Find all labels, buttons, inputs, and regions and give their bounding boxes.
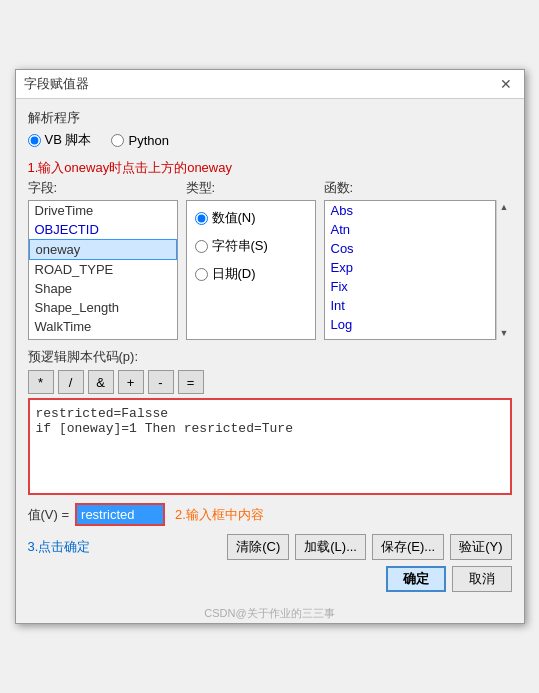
prelogic-code-area[interactable]: restricted=Falsse if [oneway]=1 Then res… — [30, 400, 510, 490]
step2-hint: 2.输入框中内容 — [175, 506, 264, 524]
list-item-oneway[interactable]: oneway — [29, 239, 177, 260]
func-item-atn[interactable]: Atn — [325, 220, 495, 239]
parser-radio-group: VB 脚本 Python — [28, 131, 512, 149]
python-radio[interactable] — [111, 134, 124, 147]
func-item-sin[interactable]: Sin — [325, 334, 495, 340]
functions-listbox[interactable]: Abs Atn Cos Exp Fix Int Log Sin Sqr Tan — [324, 200, 496, 340]
step3-hint: 3.点击确定 — [28, 538, 91, 556]
value-input[interactable] — [75, 503, 165, 526]
type-column: 类型: 数值(N) 字符串(S) 日期(D) — [186, 179, 316, 340]
string-radio[interactable] — [195, 240, 208, 253]
close-button[interactable]: ✕ — [496, 74, 516, 94]
load-button[interactable]: 加载(L)... — [295, 534, 366, 560]
func-item-cos[interactable]: Cos — [325, 239, 495, 258]
list-item[interactable]: Shape_Length — [29, 298, 177, 317]
vb-script-label: VB 脚本 — [45, 131, 92, 149]
func-item-exp[interactable]: Exp — [325, 258, 495, 277]
list-item[interactable]: OBJECTID — [29, 220, 177, 239]
confirm-row: 确定 取消 — [28, 566, 512, 592]
func-item-abs[interactable]: Abs — [325, 201, 495, 220]
confirm-button[interactable]: 确定 — [386, 566, 446, 592]
save-button[interactable]: 保存(E)... — [372, 534, 444, 560]
value-row: 值(V) = 2.输入框中内容 — [28, 503, 512, 526]
list-item[interactable]: ROAD_TYPE — [29, 260, 177, 279]
python-option[interactable]: Python — [111, 133, 168, 148]
clear-button[interactable]: 清除(C) — [227, 534, 289, 560]
main-window: 字段赋值器 ✕ 解析程序 VB 脚本 Python 1.输入oneway时点击上… — [15, 69, 525, 624]
scroll-up-arrow[interactable]: ▲ — [500, 202, 509, 212]
watermark: CSDN@关于作业的三三事 — [16, 602, 524, 623]
fields-listbox[interactable]: DriveTime OBJECTID oneway ROAD_TYPE Shap… — [28, 200, 178, 340]
scroll-down-arrow[interactable]: ▼ — [500, 328, 509, 338]
string-label: 字符串(S) — [212, 237, 268, 255]
func-item-log[interactable]: Log — [325, 315, 495, 334]
func-scrollbar[interactable]: ▲ ▼ — [496, 200, 512, 340]
date-option[interactable]: 日期(D) — [195, 265, 307, 283]
func-item-fix[interactable]: Fix — [325, 277, 495, 296]
parser-label: 解析程序 — [28, 109, 512, 127]
window-title: 字段赋值器 — [24, 75, 89, 93]
numeric-radio[interactable] — [195, 212, 208, 225]
functions-column: 函数: Abs Atn Cos Exp Fix Int Log Sin Sqr … — [324, 179, 512, 340]
list-item[interactable]: DriveTime — [29, 201, 177, 220]
op-plus[interactable]: + — [118, 370, 144, 394]
op-divide[interactable]: / — [58, 370, 84, 394]
operator-row: * / & + - = — [28, 370, 512, 394]
op-ampersand[interactable]: & — [88, 370, 114, 394]
vb-script-radio[interactable] — [28, 134, 41, 147]
list-item[interactable]: Shape — [29, 279, 177, 298]
value-label: 值(V) = — [28, 506, 70, 524]
op-equals[interactable]: = — [178, 370, 204, 394]
numeric-option[interactable]: 数值(N) — [195, 209, 307, 227]
type-radio-group: 数值(N) 字符串(S) 日期(D) — [186, 200, 316, 340]
value-input-wrapper: 2.输入框中内容 — [75, 503, 511, 526]
numeric-label: 数值(N) — [212, 209, 256, 227]
func-list-wrapper: Abs Atn Cos Exp Fix Int Log Sin Sqr Tan … — [324, 200, 512, 340]
button-row: 3.点击确定 清除(C) 加载(L)... 保存(E)... 验证(Y) — [28, 534, 512, 560]
date-radio[interactable] — [195, 268, 208, 281]
func-item-int[interactable]: Int — [325, 296, 495, 315]
list-item[interactable]: WalkTime — [29, 317, 177, 336]
prelogic-label: 预逻辑脚本代码(p): — [28, 348, 512, 366]
code-area-wrapper: restricted=Falsse if [oneway]=1 Then res… — [28, 398, 512, 495]
functions-header: 函数: — [324, 179, 512, 197]
step1-hint: 1.输入oneway时点击上方的oneway — [28, 160, 232, 175]
string-option[interactable]: 字符串(S) — [195, 237, 307, 255]
title-bar: 字段赋值器 ✕ — [16, 70, 524, 99]
op-minus[interactable]: - — [148, 370, 174, 394]
three-cols-layout: 字段: DriveTime OBJECTID oneway ROAD_TYPE … — [28, 179, 512, 340]
op-multiply[interactable]: * — [28, 370, 54, 394]
cancel-button[interactable]: 取消 — [452, 566, 512, 592]
type-header: 类型: — [186, 179, 316, 197]
python-label: Python — [128, 133, 168, 148]
date-label: 日期(D) — [212, 265, 256, 283]
fields-header: 字段: — [28, 179, 178, 197]
fields-column: 字段: DriveTime OBJECTID oneway ROAD_TYPE … — [28, 179, 178, 340]
verify-button[interactable]: 验证(Y) — [450, 534, 511, 560]
vb-script-option[interactable]: VB 脚本 — [28, 131, 92, 149]
